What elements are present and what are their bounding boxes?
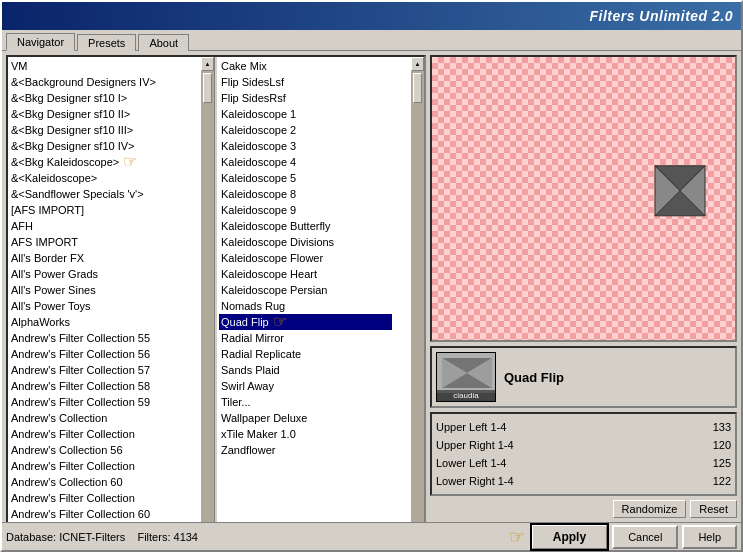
list-item[interactable]: Wallpaper Deluxe [219, 410, 392, 426]
filter-info-panel: claudia Quad Flip [430, 346, 737, 408]
list-item[interactable]: Kaleidoscope 3 [219, 138, 392, 154]
scroll-track-right[interactable] [411, 71, 424, 522]
right-list-scrollbar[interactable]: ▲ ▼ [410, 57, 424, 522]
list-item[interactable]: &<Bkg Designer sf10 II> [9, 106, 200, 122]
list-item[interactable]: Swirl Away [219, 378, 392, 394]
apply-hint-icon: ☞ [509, 526, 525, 548]
filters-value: 4134 [174, 531, 198, 543]
list-item[interactable]: Andrew's Filter Collection 59 [9, 394, 200, 410]
list-item[interactable]: &<Bkg Designer sf10 I> [9, 90, 200, 106]
list-item[interactable]: Kaleidoscope Divisions [219, 234, 392, 250]
list-item[interactable]: Kaleidoscope 4 [219, 154, 392, 170]
list-item[interactable]: &<Bkg Designer sf10 IV> [9, 138, 200, 154]
list-item[interactable]: Sands Plaid [219, 362, 392, 378]
status-bar: Database: ICNET-Filters Filters: 4134 ☞ … [2, 522, 741, 550]
param-row-3: Lower Right 1-4 122 [436, 472, 731, 490]
main-window: Filters Unlimited 2.0 Navigator Presets … [0, 0, 743, 552]
list-item[interactable]: Kaleidoscope 9 [219, 202, 392, 218]
list-item[interactable]: &<Bkg Designer sf10 III> [9, 122, 200, 138]
list-item[interactable]: AlphaWorks [9, 314, 200, 330]
list-item-selected[interactable]: Quad Flip ☞ [219, 314, 392, 330]
list-item[interactable]: Andrew's Collection [9, 410, 200, 426]
list-item[interactable]: Radial Mirror [219, 330, 392, 346]
reset-button[interactable]: Reset [690, 500, 737, 518]
list-item[interactable]: Kaleidoscope Heart [219, 266, 392, 282]
scroll-up-btn[interactable]: ▲ [201, 57, 214, 71]
params-panel: Upper Left 1-4 133 Upper Right 1-4 120 L… [430, 412, 737, 496]
list-item[interactable]: All's Power Toys [9, 298, 200, 314]
param-row-0: Upper Left 1-4 133 [436, 418, 731, 436]
list-item[interactable]: Andrew's Filter Collection [9, 490, 200, 506]
list-item[interactable]: AFH [9, 218, 200, 234]
list-item[interactable]: Flip SidesLsf [219, 74, 392, 90]
list-item[interactable]: Zandflower [219, 442, 392, 458]
help-button[interactable]: Help [682, 525, 737, 549]
list-item[interactable]: [AFS IMPORT] [9, 202, 200, 218]
database-label: Database: [6, 531, 56, 543]
list-item[interactable]: Andrew's Collection 56 [9, 442, 200, 458]
scroll-thumb[interactable] [203, 73, 212, 103]
param-label-0: Upper Left 1-4 [436, 418, 506, 436]
left-list[interactable]: VM &<Background Designers IV> &<Bkg Desi… [8, 57, 200, 522]
list-item[interactable]: Flip SidesRsf [219, 90, 392, 106]
list-item[interactable]: Andrew's Filter Collection [9, 426, 200, 442]
tab-presets[interactable]: Presets [77, 34, 136, 51]
preview-area [430, 55, 737, 342]
list-item[interactable]: Andrew's Filter Collection 57 [9, 362, 200, 378]
list-item[interactable]: Kaleidoscope Persian [219, 282, 392, 298]
thumb-svg [437, 353, 496, 393]
param-row-1: Upper Right 1-4 120 [436, 436, 731, 454]
list-item[interactable]: Kaleidoscope 1 [219, 106, 392, 122]
list-item[interactable]: Kaleidoscope Butterfly [219, 218, 392, 234]
scroll-thumb-right[interactable] [413, 73, 422, 103]
randomize-button[interactable]: Randomize [613, 500, 687, 518]
list-item[interactable]: AFS IMPORT [9, 234, 200, 250]
list-item[interactable]: Nomads Rug [219, 298, 392, 314]
cancel-button[interactable]: Cancel [612, 525, 678, 549]
filter-name-display: Quad Flip [504, 352, 564, 402]
list-item[interactable]: Andrew's Filter Collection 55 [9, 330, 200, 346]
list-item[interactable]: All's Power Sines [9, 282, 200, 298]
main-content: VM &<Background Designers IV> &<Bkg Desi… [2, 50, 741, 522]
action-row: Randomize Reset [430, 500, 737, 518]
param-label-3: Lower Right 1-4 [436, 472, 514, 490]
list-item[interactable]: All's Border FX [9, 250, 200, 266]
apply-button[interactable]: Apply [531, 524, 608, 550]
param-row-2: Lower Left 1-4 125 [436, 454, 731, 472]
left-list-scrollbar[interactable]: ▲ ▼ [200, 57, 214, 522]
lists-row: VM &<Background Designers IV> &<Bkg Desi… [6, 55, 426, 522]
list-item[interactable]: Andrew's Filter Collection 56 [9, 346, 200, 362]
list-item[interactable]: Cake Mix [219, 58, 392, 74]
list-item[interactable]: VM [9, 58, 200, 74]
list-item[interactable]: Andrew's Collection 60 [9, 474, 200, 490]
list-item[interactable]: Kaleidoscope 2 [219, 122, 392, 138]
tab-about[interactable]: About [138, 34, 189, 51]
filter-preview-icon [645, 155, 715, 225]
tab-navigator[interactable]: Navigator [6, 33, 75, 51]
list-item[interactable]: All's Power Grads [9, 266, 200, 282]
list-item[interactable]: &<Sandflower Specials 'v'> [9, 186, 200, 202]
list-item[interactable]: Kaleidoscope Flower [219, 250, 392, 266]
right-panel: claudia Quad Flip Upper Left 1-4 133 Upp… [430, 55, 737, 518]
scroll-up-btn-right[interactable]: ▲ [411, 57, 424, 71]
filter-name-text: Quad Flip [504, 370, 564, 385]
list-item[interactable]: &<Bkg Kaleidoscope> ☞ [9, 154, 200, 170]
list-item[interactable]: Andrew's Filter Collection [9, 458, 200, 474]
list-item[interactable]: xTile Maker 1.0 [219, 426, 392, 442]
title-bar: Filters Unlimited 2.0 [2, 2, 741, 30]
list-item[interactable]: Radial Replicate [219, 346, 392, 362]
list-item[interactable]: &<Background Designers IV> [9, 74, 200, 90]
list-item[interactable]: Kaleidoscope 8 [219, 186, 392, 202]
filter-thumbnail: claudia [436, 352, 496, 402]
thumb-label: claudia [437, 390, 495, 401]
list-item[interactable]: Andrew's Filter Collection 58 [9, 378, 200, 394]
scroll-track[interactable] [201, 71, 214, 522]
list-item[interactable]: &<Kaleidoscope> [9, 170, 200, 186]
right-list[interactable]: Cake Mix Flip SidesLsf Flip SidesRsf Kal… [218, 57, 393, 522]
list-item[interactable]: Tiler... [219, 394, 392, 410]
database-value: ICNET-Filters [59, 531, 125, 543]
param-value-2: 125 [713, 454, 731, 472]
list-item[interactable]: Andrew's Filter Collection 60 [9, 506, 200, 522]
list-item[interactable]: Kaleidoscope 5 [219, 170, 392, 186]
status-text: Database: ICNET-Filters Filters: 4134 [6, 531, 505, 543]
